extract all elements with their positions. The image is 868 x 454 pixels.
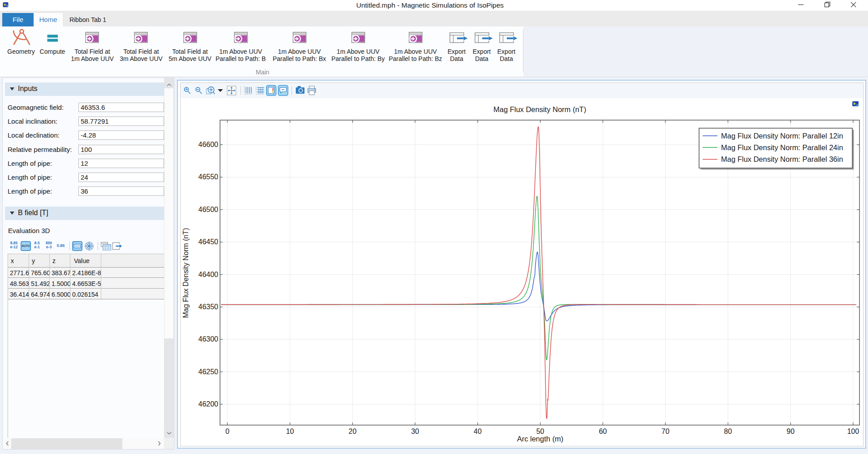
svg-text:10: 10 xyxy=(286,428,294,435)
svg-text:Mag Flux Density Norm: Paralle: Mag Flux Density Norm: Parallel 24in xyxy=(721,143,843,151)
svg-text:Arc length (m): Arc length (m) xyxy=(517,435,564,443)
svg-text:60: 60 xyxy=(599,428,607,435)
svg-text:46500: 46500 xyxy=(199,206,219,213)
svg-text:80: 80 xyxy=(724,428,732,435)
svg-text:Mag Flux Density Norm: Paralle: Mag Flux Density Norm: Parallel 36in xyxy=(721,155,843,163)
svg-text:30: 30 xyxy=(411,428,419,435)
svg-text:46550: 46550 xyxy=(199,173,219,181)
svg-text:100: 100 xyxy=(847,428,859,435)
svg-text:Mag Flux Density Norm (nT): Mag Flux Density Norm (nT) xyxy=(182,228,190,318)
svg-text:Mag Flux Density Norm: Paralle: Mag Flux Density Norm: Parallel 12in xyxy=(721,132,843,140)
svg-text:40: 40 xyxy=(474,428,482,435)
svg-text:46300: 46300 xyxy=(199,335,219,343)
svg-text:Mag Flux Density Norm (nT): Mag Flux Density Norm (nT) xyxy=(493,105,586,113)
svg-text:46600: 46600 xyxy=(199,141,219,148)
svg-text:46400: 46400 xyxy=(199,271,219,278)
svg-text:50: 50 xyxy=(536,428,544,435)
svg-text:70: 70 xyxy=(661,428,669,435)
svg-text:46250: 46250 xyxy=(199,368,219,376)
svg-text:90: 90 xyxy=(786,428,795,435)
svg-text:46450: 46450 xyxy=(199,238,219,246)
svg-text:20: 20 xyxy=(349,428,357,435)
svg-text:0: 0 xyxy=(225,428,229,435)
svg-text:46350: 46350 xyxy=(199,303,219,311)
svg-text:46200: 46200 xyxy=(199,400,219,408)
